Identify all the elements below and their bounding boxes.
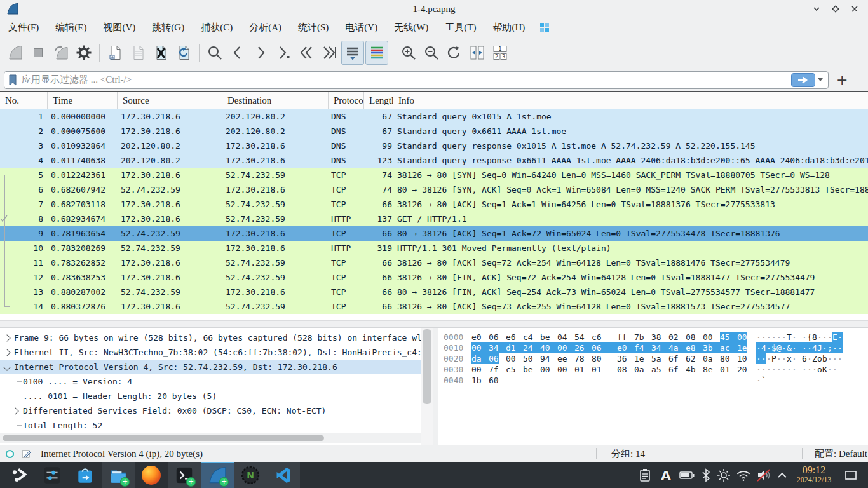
packet-row-1[interactable]: 10.000000000172.30.218.6202.120.80.2DNS6… <box>0 109 868 124</box>
go-back-button[interactable] <box>227 41 248 64</box>
save-file-button[interactable] <box>127 41 149 64</box>
keyboard-layout-icon[interactable]: A <box>656 462 676 488</box>
go-first-button[interactable] <box>295 41 317 64</box>
packet-row-6[interactable]: 60.68260794252.74.232.59172.30.218.6TCP7… <box>0 182 868 197</box>
system-settings-button[interactable] <box>36 462 69 488</box>
profile-text[interactable]: 配置: Default <box>815 445 867 462</box>
pane-splitter[interactable] <box>0 320 868 328</box>
reload-file-button[interactable] <box>173 41 194 64</box>
file-manager-button[interactable]: + <box>102 462 135 488</box>
zoom-in-button[interactable] <box>398 41 419 64</box>
bookmark-icon[interactable] <box>8 74 18 86</box>
menu-item-10[interactable]: 工具(T) <box>437 19 484 36</box>
close-file-button[interactable] <box>150 41 172 64</box>
menu-item-9[interactable]: 无线(W) <box>386 19 437 36</box>
zoom-out-button[interactable] <box>421 41 442 64</box>
packet-row-7[interactable]: 70.682703118172.30.218.652.74.232.59TCP6… <box>0 197 868 212</box>
pane-divider[interactable] <box>433 328 438 445</box>
column-header-time[interactable]: Time <box>48 92 118 109</box>
menu-item-2[interactable]: 编辑(E) <box>47 19 95 36</box>
menu-extension-icon[interactable] <box>539 22 550 32</box>
detail-line-1[interactable]: Frame 9: 66 bytes on wire (528 bits), 66… <box>0 330 421 345</box>
expert-info-icon[interactable] <box>5 449 15 459</box>
minimize-icon[interactable] <box>807 1 826 17</box>
detail-horizontal-scrollbar-thumb[interactable] <box>3 435 324 441</box>
packet-row-3[interactable]: 30.010932864202.120.80.2172.30.218.6DNS9… <box>0 139 868 153</box>
detail-line-7[interactable]: Total Length: 52 <box>0 418 421 433</box>
hex-row-0040[interactable]: 00401b 60 ·` <box>438 375 868 386</box>
maximize-icon[interactable] <box>826 1 845 17</box>
wifi-icon[interactable] <box>733 462 754 488</box>
firefox-button[interactable] <box>135 462 168 488</box>
display-filter-input[interactable]: 应用显示过滤器 ... <Ctrl-/> <box>4 71 829 89</box>
packet-row-9[interactable]: 90.78196365452.74.232.59172.30.218.6TCP6… <box>0 226 868 241</box>
packet-row-11[interactable]: 110.783262852172.30.218.652.74.232.59TCP… <box>0 255 868 270</box>
start-capture-button[interactable] <box>4 41 26 64</box>
capture-comment-icon[interactable] <box>21 449 31 459</box>
menu-item-5[interactable]: 捕获(C) <box>193 19 241 36</box>
packet-row-13[interactable]: 130.88028700252.74.232.59172.30.218.6TCP… <box>0 285 868 299</box>
packet-row-2[interactable]: 20.000075600172.30.218.6202.120.80.2DNS6… <box>0 124 868 139</box>
go-last-button[interactable] <box>318 41 340 64</box>
menu-item-1[interactable]: 文件(F) <box>0 19 47 36</box>
menu-item-3[interactable]: 视图(V) <box>95 19 144 36</box>
volume-muted-icon[interactable] <box>754 462 774 488</box>
go-forward-button[interactable] <box>250 41 271 64</box>
resize-columns-button[interactable] <box>466 41 488 64</box>
menu-item-7[interactable]: 统计(S) <box>290 19 337 36</box>
restart-capture-button[interactable] <box>50 41 72 64</box>
column-header-protocol[interactable]: Protocol <box>329 92 364 109</box>
column-header-length[interactable]: Length <box>364 92 393 109</box>
chevron-right-icon[interactable] <box>3 349 10 356</box>
brightness-icon[interactable] <box>714 462 733 488</box>
filter-dropdown-caret[interactable] <box>818 78 823 81</box>
neovim-button[interactable]: N <box>234 462 267 488</box>
capture-options-button[interactable] <box>73 41 95 64</box>
packet-row-4[interactable]: 40.011740638202.120.80.2172.30.218.6DNS1… <box>0 153 868 168</box>
menu-item-11[interactable]: 帮助(H) <box>484 19 533 36</box>
detail-line-3[interactable]: Internet Protocol Version 4, Src: 52.74.… <box>0 360 421 374</box>
detail-line-6[interactable]: Differentiated Services Field: 0x00 (DSC… <box>0 403 421 418</box>
detail-line-2[interactable]: Ethernet II, Src: NewH3CTechno_7b:38:02 … <box>0 345 421 360</box>
chevron-right-icon[interactable] <box>11 407 18 414</box>
vscode-button[interactable] <box>267 462 300 488</box>
show-desktop-button[interactable] <box>840 462 862 488</box>
detail-line-4[interactable]: 0100 .... = Version: 4 <box>0 374 421 389</box>
menu-item-8[interactable]: 电话(Y) <box>337 19 386 36</box>
terminal-button[interactable]: + <box>168 462 201 488</box>
zoom-reset-button[interactable] <box>444 41 465 64</box>
chevron-right-icon[interactable] <box>3 334 10 341</box>
add-filter-button[interactable]: + <box>836 72 848 88</box>
close-icon[interactable] <box>845 1 864 17</box>
clock[interactable]: 09:12 2024/12/13 <box>790 462 838 488</box>
stop-capture-button[interactable] <box>27 41 49 64</box>
hex-row-0010[interactable]: 001000 34 d1 24 40 00 26 06 e0 f4 34 4a … <box>438 342 868 353</box>
menu-item-6[interactable]: 分析(A) <box>241 19 290 36</box>
find-packet-button[interactable] <box>204 41 226 64</box>
discover-button[interactable] <box>69 462 102 488</box>
go-to-packet-button[interactable] <box>273 41 294 64</box>
hex-row-0030[interactable]: 003000 7f c5 be 00 00 01 01 08 0a a5 6f … <box>438 364 868 375</box>
column-header-no[interactable]: No. <box>0 92 48 109</box>
wireshark-task-button[interactable]: + <box>201 462 234 488</box>
chevron-down-icon[interactable] <box>3 363 10 370</box>
hex-row-0000[interactable]: 0000e0 06 e6 c4 be 04 54 c6 ff 7b 38 02 … <box>438 332 868 342</box>
apply-filter-button[interactable] <box>791 73 815 87</box>
column-header-destination[interactable]: Destination <box>222 92 329 109</box>
expand-tray-icon[interactable] <box>774 462 790 488</box>
resize-columns-content-button[interactable]: 123 <box>489 41 511 64</box>
detail-vertical-scrollbar-thumb[interactable] <box>423 329 431 404</box>
app-launcher-button[interactable] <box>3 462 36 488</box>
hex-row-0020[interactable]: 0020da 06 00 50 94 ee 78 80 36 1e 5a 6f … <box>438 353 868 364</box>
open-file-button[interactable] <box>104 41 126 64</box>
battery-icon[interactable] <box>676 462 698 488</box>
column-header-info[interactable]: Info <box>393 92 868 109</box>
packet-row-14[interactable]: 140.880372876172.30.218.652.74.232.59TCP… <box>0 299 868 314</box>
detail-line-5[interactable]: .... 0101 = Header Length: 20 bytes (5) <box>0 389 421 403</box>
auto-scroll-button[interactable] <box>341 41 364 65</box>
packet-row-8[interactable]: 80.682934674172.30.218.652.74.232.59HTTP… <box>0 212 868 226</box>
packet-row-5[interactable]: 50.012242361172.30.218.652.74.232.59TCP7… <box>0 168 868 182</box>
packet-row-12[interactable]: 120.783638253172.30.218.652.74.232.59TCP… <box>0 270 868 285</box>
clipboard-tray-icon[interactable] <box>635 462 654 488</box>
packet-row-10[interactable]: 100.78320826952.74.232.59172.30.218.6HTT… <box>0 241 868 255</box>
